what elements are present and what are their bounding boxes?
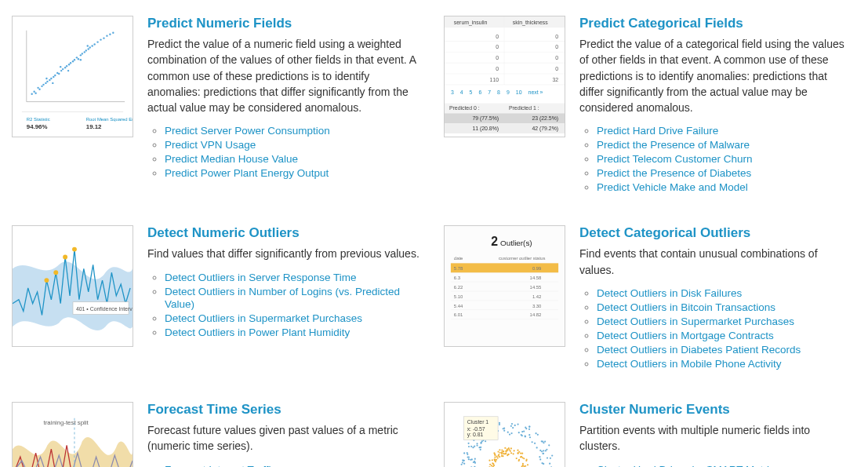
svg-point-370 [510, 447, 512, 449]
svg-point-260 [480, 449, 481, 451]
desc-predict-categorical: Predict the value of a categorical field… [579, 36, 852, 115]
svg-point-247 [523, 431, 525, 432]
svg-point-192 [463, 452, 465, 454]
list-item: Detect Outliers in Bitcoin Transactions [597, 300, 852, 314]
svg-point-97 [53, 271, 58, 275]
svg-point-270 [514, 425, 516, 426]
svg-text:0.99: 0.99 [532, 267, 542, 272]
svg-point-453 [498, 454, 499, 455]
svg-point-405 [499, 449, 500, 451]
link[interactable]: Predict Server Power Consumption [165, 125, 330, 137]
svg-point-345 [536, 447, 538, 448]
svg-point-317 [542, 453, 543, 454]
svg-point-4 [33, 91, 35, 93]
svg-point-295 [528, 434, 530, 436]
list-item: Detect Outliers in Power Plant Humidity [165, 325, 420, 339]
desc-detect-numeric: Find values that differ significantly fr… [147, 246, 420, 261]
svg-point-25 [74, 59, 75, 60]
svg-text:0: 0 [555, 55, 558, 60]
links-detect-categorical: Detect Outliers in Disk Failures Detect … [597, 286, 852, 370]
svg-point-264 [507, 432, 509, 433]
svg-point-257 [510, 425, 512, 427]
svg-point-209 [541, 462, 543, 464]
link[interactable]: Detect Outliers in Server Response Time [165, 272, 357, 283]
svg-point-339 [476, 445, 478, 447]
link[interactable]: Predict Power Plant Energy Output [165, 167, 329, 179]
title-detect-categorical[interactable]: Detect Categorical Outliers [579, 225, 852, 241]
svg-point-337 [548, 444, 550, 446]
title-detect-numeric[interactable]: Detect Numeric Outliers [147, 225, 420, 241]
svg-point-27 [78, 58, 79, 60]
title-cluster[interactable]: Cluster Numeric Events [579, 402, 852, 418]
svg-text:9: 9 [507, 89, 510, 95]
svg-text:0: 0 [496, 66, 499, 71]
list-item: Predict Hard Drive Failure [597, 123, 852, 137]
thumb-predict-categorical: serum_insulin skin_thickness 00 00 00 00… [444, 16, 565, 137]
svg-point-7 [38, 89, 40, 90]
link[interactable]: Detect Outliers in Bitcoin Transactions [597, 301, 775, 313]
svg-text:skin_thickness: skin_thickness [513, 20, 548, 26]
svg-point-314 [462, 459, 463, 461]
svg-text:R2 Statistic: R2 Statistic [27, 117, 50, 122]
svg-text:14.58: 14.58 [530, 276, 542, 281]
svg-point-283 [532, 441, 533, 443]
svg-point-468 [501, 453, 503, 454]
svg-point-252 [480, 443, 481, 444]
svg-point-137 [518, 432, 520, 433]
svg-point-490 [518, 451, 520, 453]
svg-point-172 [535, 432, 536, 434]
svg-point-354 [504, 447, 506, 449]
svg-point-13 [50, 78, 52, 79]
link[interactable]: Detect Outliers in Number of Logins (vs.… [165, 286, 400, 310]
svg-point-315 [474, 462, 476, 464]
link[interactable]: Predict Median House Value [165, 153, 298, 165]
link[interactable]: Predict the Presence of Malware [597, 139, 750, 151]
svg-point-379 [516, 458, 518, 459]
svg-text:23 (22.5%): 23 (22.5%) [532, 115, 558, 122]
link[interactable]: Detect Outliers in Mobile Phone Activity [597, 358, 782, 370]
link[interactable]: Forecast Internet Traffic [165, 464, 276, 467]
link[interactable]: Predict Vehicle Make and Model [597, 181, 748, 193]
svg-point-47 [87, 45, 89, 46]
svg-point-334 [468, 446, 470, 447]
link[interactable]: Detect Outliers in Mortgage Contracts [597, 330, 774, 341]
link[interactable]: Detect Outliers in Disk Failures [597, 287, 742, 299]
link[interactable]: Predict Hard Drive Failure [597, 125, 718, 137]
link[interactable]: Detect Outliers in Supermarket Purchases [597, 316, 794, 327]
svg-text:79 (77.5%): 79 (77.5%) [472, 115, 499, 122]
svg-point-296 [543, 450, 544, 451]
svg-point-509 [522, 465, 524, 466]
svg-point-418 [501, 451, 503, 453]
svg-point-357 [522, 463, 524, 465]
link[interactable]: Predict VPN Usage [165, 139, 256, 151]
svg-text:11 (20.8%): 11 (20.8%) [472, 126, 499, 132]
links-predict-categorical: Predict Hard Drive Failure Predict the P… [597, 123, 852, 194]
svg-point-491 [493, 452, 495, 454]
link[interactable]: Predict Telecom Customer Churn [597, 153, 753, 165]
link[interactable]: Detect Outliers in Power Plant Humidity [165, 327, 350, 338]
thumb-forecast: training-test split [12, 402, 133, 467]
link[interactable]: Detect Outliers in Diabetes Patient Reco… [597, 344, 801, 356]
title-predict-numeric[interactable]: Predict Numeric Fields [147, 16, 420, 31]
svg-point-326 [474, 446, 475, 447]
list-item: Detect Outliers in Disk Failures [597, 286, 852, 300]
svg-point-323 [547, 457, 548, 458]
title-predict-categorical[interactable]: Predict Categorical Fields [579, 16, 852, 31]
svg-point-24 [72, 60, 74, 62]
svg-point-149 [473, 462, 474, 463]
link[interactable]: Detect Outliers in Supermarket Purchases [165, 312, 362, 324]
svg-text:customer outlier status: customer outlier status [499, 257, 545, 261]
link[interactable]: Predict the Presence of Diabetes [597, 167, 751, 179]
svg-point-312 [521, 434, 522, 436]
svg-point-35 [93, 43, 95, 45]
title-forecast[interactable]: Forecast Time Series [147, 402, 420, 418]
svg-point-297 [509, 434, 510, 436]
svg-point-5 [35, 93, 36, 94]
svg-point-148 [476, 443, 478, 444]
svg-point-28 [80, 54, 82, 56]
svg-point-495 [505, 453, 507, 454]
link[interactable]: Cluster Hard Drives by SMART Metrics [597, 464, 780, 467]
thumb-cluster: Cluster 1 x: -0.57 y: 0.81 [444, 402, 565, 467]
svg-point-293 [511, 423, 513, 425]
svg-point-34 [91, 45, 93, 46]
